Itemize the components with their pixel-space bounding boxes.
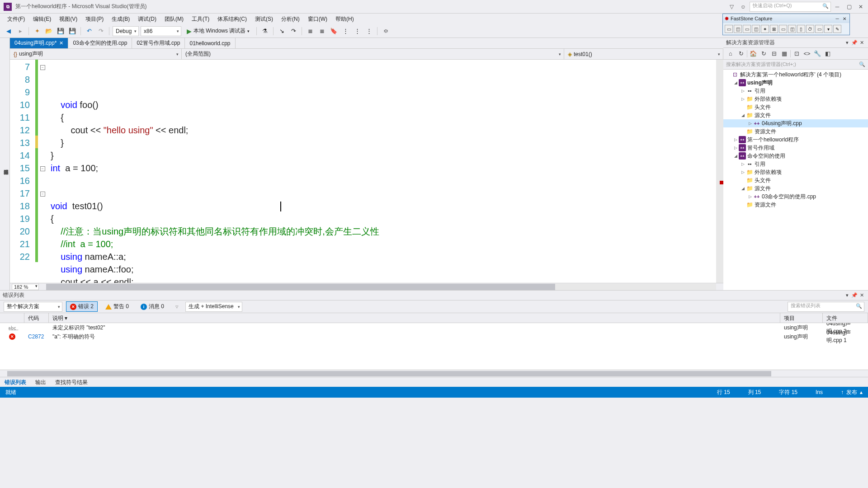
open-button[interactable]: 📂 [44,26,54,36]
col-code[interactable]: 代码 [24,313,49,323]
show-all-button[interactable]: ▦ [780,49,789,58]
menu-生成B[interactable]: 生成(B) [108,14,133,24]
tree-item[interactable]: 📁头文件 [723,103,868,111]
menu-编辑E[interactable]: 编辑(E) [29,14,55,24]
tree-item[interactable]: ▷++第一个helloworld程序 [723,136,868,144]
menu-调试D[interactable]: 调试(D) [134,14,160,24]
fs-capture-window[interactable]: ▭ [725,25,733,33]
tree-item[interactable]: ◢📁源文件 [723,111,868,119]
tree-item[interactable]: ▷++03命令空间的使用.cpp [723,192,868,201]
tree-item[interactable]: ▷▪▪引用 [723,160,868,168]
save-button[interactable]: 💾 [56,26,66,36]
errlist-close-button[interactable]: ✕ [858,292,865,299]
errors-filter-button[interactable]: ✕错误 2 [66,301,98,312]
tb-misc2[interactable]: ⋮ [352,26,362,36]
messages-filter-button[interactable]: i消息 0 [137,301,168,312]
tree-item[interactable]: ▷++04using声明.cpp [723,119,868,127]
tree-item[interactable]: ◢📁源文件 [723,184,868,192]
filter-button[interactable]: ▿ [172,302,182,312]
menu-项目P[interactable]: 项目(P) [82,14,107,24]
horizontal-scrollbar[interactable]: 182 % [10,283,723,290]
error-rows[interactable]: a͟b͟c͟未定义标识符 "test02"using声明04using声明.cp… [0,323,868,370]
tb-misc1[interactable]: ⋮ [340,26,350,36]
menu-帮助H[interactable]: 帮助(H) [332,14,358,24]
publish-button[interactable]: ↑ 发布 ▴ [841,389,863,396]
editor-tab[interactable]: 01helloworld.cpp [185,38,235,48]
nav-member-combo[interactable]: ◈test01() [564,49,723,59]
editor-tab[interactable]: 04using声明.cpp*✕ [10,38,68,48]
faststone-window[interactable]: ✸ FastStone Capture ─ ✕ ▭ ◫ ▭ ◫ ✦ ⊠ ▭ ◫ … [722,14,850,35]
tree-item[interactable]: ▷▪▪引用 [723,87,868,95]
code-editor[interactable]: 78910111213141516171819202122 − − − void… [10,60,723,283]
fold-toggle[interactable]: − [40,192,45,197]
new-project-button[interactable]: ✦ [32,26,42,36]
error-search-input[interactable]: 搜索错误列表 [788,302,864,312]
tb-misc3[interactable]: ⋮ [364,26,374,36]
sync-button[interactable]: 🏠 [749,49,758,58]
menu-测试S[interactable]: 测试(S) [251,14,277,24]
comment-button[interactable]: ≣ [305,26,315,36]
step-into-button[interactable]: ↘ [277,26,287,36]
nav-scope-combo[interactable]: (全局范围) [182,49,564,59]
save-all-button[interactable]: 💾 [67,26,77,36]
build-filter-dropdown[interactable]: 生成 + IntelliSense [185,302,242,312]
preview-button[interactable]: <> [802,49,811,58]
tree-item[interactable]: ◢++using声明 [723,79,868,87]
error-row[interactable]: ✕C2872"a": 不明确的符号using声明04using声明.cpp 1 [0,332,868,341]
menu-窗口W[interactable]: 窗口(W) [304,14,331,24]
tree-item[interactable]: 📁资源文件 [723,127,868,136]
col-desc[interactable]: 说明 ▾ [49,313,780,323]
refresh-button[interactable]: ↻ [759,49,768,58]
fs-editor[interactable]: ✎ [833,25,841,33]
tree-item[interactable]: ▷📁外部依赖项 [723,168,868,176]
extensions-button[interactable]: ፨ [381,26,391,36]
error-scope-dropdown[interactable]: 整个解决方案 [4,302,62,312]
fs-delay[interactable]: ⏱ [806,25,814,33]
forward-button[interactable]: ▸ [15,26,25,36]
panel-close-button[interactable]: ✕ [858,39,865,47]
close-button[interactable]: ✕ [855,1,866,12]
vertical-scrollbar[interactable] [716,60,723,283]
solution-tree[interactable]: ⊡解决方案'第一个helloworld程序' (4 个项目)◢++using声明… [723,70,868,290]
fs-capture-object[interactable]: ◫ [734,25,742,33]
menu-工具T[interactable]: 工具(T) [188,14,213,24]
fs-tool-8[interactable]: ◫ [788,25,796,33]
fs-tool-9[interactable]: ▯ [797,25,805,33]
fs-capture-rect[interactable]: ▭ [743,25,751,33]
output-tab[interactable]: 输出 [31,377,51,387]
notifications-icon[interactable]: ▽ [726,1,737,12]
tab-close-button[interactable]: ✕ [59,40,63,46]
menu-视图V[interactable]: 视图(V) [56,14,81,24]
editor-tab[interactable]: 02冒号作用域.cpp [132,38,185,48]
tree-item[interactable]: ▷++冒号作用域 [723,144,868,152]
tree-item[interactable]: 📁头文件 [723,176,868,184]
quick-launch-input[interactable]: 快速启动 (Ctrl+Q) [750,2,831,12]
output-tab[interactable]: 查找符号结果 [51,377,92,387]
zoom-level[interactable]: 182 % [12,284,39,290]
minimize-button[interactable]: ─ [832,1,843,12]
col-project[interactable]: 项目 [780,313,823,323]
se-back-button[interactable]: ↻ [736,49,745,58]
menu-体系结构C[interactable]: 体系结构(C) [214,14,250,24]
menu-团队M[interactable]: 团队(M) [161,14,187,24]
feedback-icon[interactable]: ☺ [738,1,749,12]
warnings-filter-button[interactable]: 警告 0 [101,301,133,312]
error-hscroll[interactable] [0,370,868,377]
tree-item[interactable]: ▷📁外部依赖项 [723,95,868,103]
platform-dropdown[interactable]: x86 [141,26,181,36]
fs-minimize-button[interactable]: ─ [834,15,840,22]
fs-capture-full[interactable]: ✦ [761,25,769,33]
uncomment-button[interactable]: ≣ [317,26,327,36]
bookmark-button[interactable]: 🔖 [329,26,339,36]
solution-search-input[interactable]: 搜索解决方案资源管理器(Ctrl+;) [723,60,868,70]
back-button[interactable]: ◀ [4,26,14,36]
home-button[interactable]: ⌂ [726,49,735,58]
tree-item[interactable]: ◢++命令空间的使用 [723,152,868,160]
fs-output[interactable]: ▭ [815,25,823,33]
fold-toggle[interactable]: − [40,65,45,70]
errlist-dropdown-button[interactable]: ▾ [844,292,851,299]
fs-settings[interactable]: ▾ [824,25,832,33]
se-misc-button[interactable]: ◧ [823,49,832,58]
tree-item[interactable]: 📁资源文件 [723,201,868,209]
fs-capture-freehand[interactable]: ◫ [752,25,760,33]
